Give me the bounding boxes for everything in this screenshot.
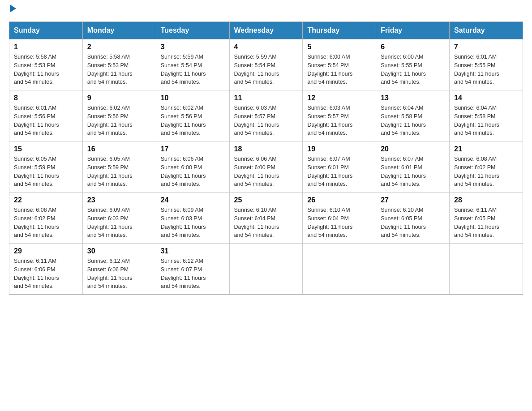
day-number: 9 [87, 94, 151, 102]
day-info: Sunrise: 6:04 AM Sunset: 5:58 PM Dayligh… [381, 104, 445, 137]
calendar-cell: 6 Sunrise: 6:00 AM Sunset: 5:55 PM Dayli… [376, 39, 450, 90]
day-info: Sunrise: 6:00 AM Sunset: 5:54 PM Dayligh… [307, 53, 371, 86]
day-number: 5 [307, 43, 371, 51]
day-info: Sunrise: 6:05 AM Sunset: 5:59 PM Dayligh… [14, 155, 78, 188]
calendar-header-thursday: Thursday [303, 22, 376, 39]
calendar-week-row: 22 Sunrise: 6:08 AM Sunset: 6:02 PM Dayl… [9, 193, 523, 244]
calendar-cell: 3 Sunrise: 5:59 AM Sunset: 5:54 PM Dayli… [156, 39, 229, 90]
calendar-cell: 8 Sunrise: 6:01 AM Sunset: 5:56 PM Dayli… [9, 90, 83, 141]
day-number: 30 [87, 247, 151, 255]
day-number: 3 [161, 43, 225, 51]
calendar-cell: 29 Sunrise: 6:11 AM Sunset: 6:06 PM Dayl… [9, 244, 83, 295]
calendar-cell: 24 Sunrise: 6:09 AM Sunset: 6:03 PM Dayl… [156, 193, 229, 244]
day-info: Sunrise: 5:58 AM Sunset: 5:53 PM Dayligh… [87, 53, 151, 86]
day-number: 26 [307, 196, 371, 204]
calendar-cell: 7 Sunrise: 6:01 AM Sunset: 5:55 PM Dayli… [450, 39, 523, 90]
calendar-week-row: 1 Sunrise: 5:58 AM Sunset: 5:53 PM Dayli… [9, 39, 523, 90]
day-number: 13 [381, 94, 445, 102]
day-number: 24 [161, 196, 225, 204]
day-number: 8 [14, 94, 78, 102]
day-number: 23 [87, 196, 151, 204]
day-number: 6 [381, 43, 445, 51]
day-info: Sunrise: 6:02 AM Sunset: 5:56 PM Dayligh… [87, 104, 151, 137]
day-number: 25 [234, 196, 298, 204]
day-info: Sunrise: 6:05 AM Sunset: 5:59 PM Dayligh… [87, 155, 151, 188]
calendar-header-row: SundayMondayTuesdayWednesdayThursdayFrid… [9, 22, 523, 39]
day-info: Sunrise: 6:10 AM Sunset: 6:05 PM Dayligh… [381, 206, 445, 240]
day-info: Sunrise: 6:08 AM Sunset: 6:02 PM Dayligh… [14, 206, 78, 240]
day-info: Sunrise: 6:11 AM Sunset: 6:05 PM Dayligh… [454, 206, 518, 240]
day-number: 27 [381, 196, 445, 204]
calendar-cell: 2 Sunrise: 5:58 AM Sunset: 5:53 PM Dayli… [82, 39, 156, 90]
calendar-header-monday: Monday [82, 22, 156, 39]
logo [9, 9, 16, 13]
day-number: 16 [87, 145, 151, 153]
day-number: 19 [307, 145, 371, 153]
calendar-cell: 27 Sunrise: 6:10 AM Sunset: 6:05 PM Dayl… [376, 193, 450, 244]
day-number: 31 [161, 247, 225, 255]
calendar-header-tuesday: Tuesday [156, 22, 229, 39]
day-info: Sunrise: 6:03 AM Sunset: 5:57 PM Dayligh… [307, 104, 371, 137]
day-number: 2 [87, 43, 151, 51]
day-number: 10 [161, 94, 225, 102]
day-info: Sunrise: 6:06 AM Sunset: 6:00 PM Dayligh… [234, 155, 298, 188]
day-info: Sunrise: 6:07 AM Sunset: 6:01 PM Dayligh… [307, 155, 371, 188]
day-number: 7 [454, 43, 518, 51]
day-info: Sunrise: 6:02 AM Sunset: 5:56 PM Dayligh… [161, 104, 225, 137]
calendar-cell: 17 Sunrise: 6:06 AM Sunset: 6:00 PM Dayl… [156, 141, 229, 193]
calendar-cell: 1 Sunrise: 5:58 AM Sunset: 5:53 PM Dayli… [9, 39, 83, 90]
day-number: 17 [161, 145, 225, 153]
day-number: 18 [234, 145, 298, 153]
calendar-cell: 5 Sunrise: 6:00 AM Sunset: 5:54 PM Dayli… [303, 39, 376, 90]
day-number: 12 [307, 94, 371, 102]
calendar-cell: 21 Sunrise: 6:08 AM Sunset: 6:02 PM Dayl… [450, 141, 523, 193]
day-info: Sunrise: 6:09 AM Sunset: 6:03 PM Dayligh… [161, 206, 225, 240]
page-header [9, 9, 523, 13]
day-info: Sunrise: 6:10 AM Sunset: 6:04 PM Dayligh… [307, 206, 371, 240]
calendar-cell: 26 Sunrise: 6:10 AM Sunset: 6:04 PM Dayl… [303, 193, 376, 244]
calendar-cell: 13 Sunrise: 6:04 AM Sunset: 5:58 PM Dayl… [376, 90, 450, 141]
calendar-week-row: 15 Sunrise: 6:05 AM Sunset: 5:59 PM Dayl… [9, 141, 523, 193]
day-info: Sunrise: 6:06 AM Sunset: 6:00 PM Dayligh… [161, 155, 225, 188]
calendar-cell: 25 Sunrise: 6:10 AM Sunset: 6:04 PM Dayl… [229, 193, 303, 244]
day-number: 11 [234, 94, 298, 102]
day-number: 15 [14, 145, 78, 153]
calendar-cell [376, 244, 450, 295]
calendar-cell: 16 Sunrise: 6:05 AM Sunset: 5:59 PM Dayl… [82, 141, 156, 193]
calendar-cell: 28 Sunrise: 6:11 AM Sunset: 6:05 PM Dayl… [450, 193, 523, 244]
day-number: 1 [14, 43, 78, 51]
calendar-header-friday: Friday [376, 22, 450, 39]
day-number: 22 [14, 196, 78, 204]
day-number: 4 [234, 43, 298, 51]
calendar-cell: 11 Sunrise: 6:03 AM Sunset: 5:57 PM Dayl… [229, 90, 303, 141]
day-info: Sunrise: 6:01 AM Sunset: 5:56 PM Dayligh… [14, 104, 78, 137]
calendar-cell: 18 Sunrise: 6:06 AM Sunset: 6:00 PM Dayl… [229, 141, 303, 193]
day-info: Sunrise: 6:11 AM Sunset: 6:06 PM Dayligh… [14, 257, 78, 291]
logo-arrow-icon [10, 4, 16, 13]
day-info: Sunrise: 6:07 AM Sunset: 6:01 PM Dayligh… [381, 155, 445, 188]
calendar-cell: 22 Sunrise: 6:08 AM Sunset: 6:02 PM Dayl… [9, 193, 83, 244]
day-info: Sunrise: 6:04 AM Sunset: 5:58 PM Dayligh… [454, 104, 518, 137]
calendar-header-wednesday: Wednesday [229, 22, 303, 39]
day-info: Sunrise: 6:12 AM Sunset: 6:07 PM Dayligh… [161, 257, 225, 291]
day-number: 29 [14, 247, 78, 255]
calendar-cell: 23 Sunrise: 6:09 AM Sunset: 6:03 PM Dayl… [82, 193, 156, 244]
calendar-cell: 10 Sunrise: 6:02 AM Sunset: 5:56 PM Dayl… [156, 90, 229, 141]
day-number: 20 [381, 145, 445, 153]
day-info: Sunrise: 6:08 AM Sunset: 6:02 PM Dayligh… [454, 155, 518, 188]
day-info: Sunrise: 5:59 AM Sunset: 5:54 PM Dayligh… [161, 53, 225, 86]
calendar-cell: 9 Sunrise: 6:02 AM Sunset: 5:56 PM Dayli… [82, 90, 156, 141]
calendar-cell: 31 Sunrise: 6:12 AM Sunset: 6:07 PM Dayl… [156, 244, 229, 295]
calendar-cell [303, 244, 376, 295]
calendar-cell: 19 Sunrise: 6:07 AM Sunset: 6:01 PM Dayl… [303, 141, 376, 193]
calendar-cell: 15 Sunrise: 6:05 AM Sunset: 5:59 PM Dayl… [9, 141, 83, 193]
calendar-cell: 30 Sunrise: 6:12 AM Sunset: 6:06 PM Dayl… [82, 244, 156, 295]
day-info: Sunrise: 5:59 AM Sunset: 5:54 PM Dayligh… [234, 53, 298, 86]
day-info: Sunrise: 6:10 AM Sunset: 6:04 PM Dayligh… [234, 206, 298, 240]
calendar-header-sunday: Sunday [9, 22, 83, 39]
day-info: Sunrise: 6:01 AM Sunset: 5:55 PM Dayligh… [454, 53, 518, 86]
day-info: Sunrise: 5:58 AM Sunset: 5:53 PM Dayligh… [14, 53, 78, 86]
calendar-header-saturday: Saturday [450, 22, 523, 39]
day-number: 21 [454, 145, 518, 153]
day-info: Sunrise: 6:12 AM Sunset: 6:06 PM Dayligh… [87, 257, 151, 291]
